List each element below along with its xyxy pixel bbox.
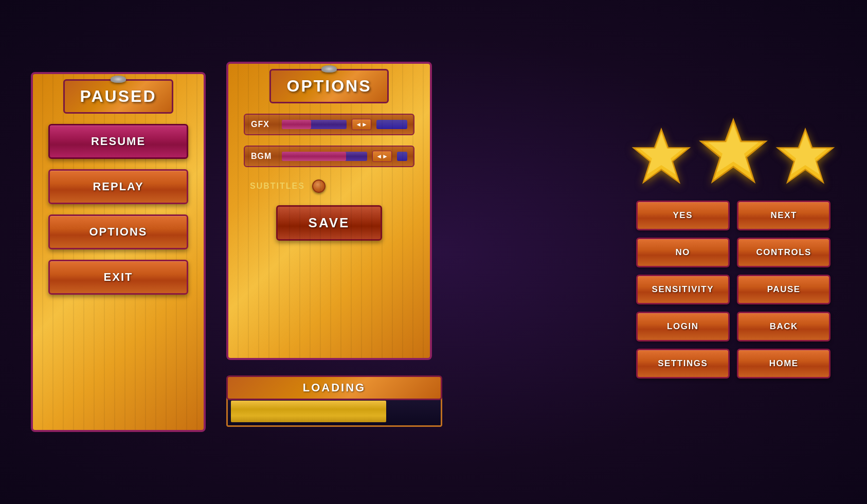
- next-button[interactable]: NEXT: [737, 201, 830, 230]
- bgm-fill: [282, 152, 346, 161]
- gfx-arrows[interactable]: ◄►: [352, 119, 371, 130]
- settings-button[interactable]: SETTINGS: [636, 349, 730, 379]
- star-2: [697, 116, 769, 187]
- bgm-arrows[interactable]: ◄►: [372, 151, 392, 162]
- subtitles-toggle[interactable]: [312, 179, 326, 193]
- gfx-slider-row: GFX ◄►: [244, 114, 414, 135]
- star-1: [630, 126, 692, 187]
- gfx-track[interactable]: [282, 120, 347, 129]
- yes-button[interactable]: YES: [636, 201, 730, 230]
- paused-title: PAUSED: [80, 87, 157, 105]
- loading-section: LOADING: [226, 375, 442, 427]
- paused-panel: PAUSED RESUME REPLAY OPTIONS EXIT: [31, 72, 206, 432]
- sensitivity-button[interactable]: SENSITIVITY: [636, 275, 730, 304]
- pause-button[interactable]: PAUSE: [737, 275, 830, 304]
- right-panel: YES NEXT NO CONTROLS SENSITIVITY PAUSE L…: [630, 116, 836, 379]
- options-title-block: OPTIONS: [269, 69, 388, 103]
- star-3: [774, 126, 836, 187]
- main-container: PAUSED RESUME REPLAY OPTIONS EXIT OPTION…: [0, 0, 867, 504]
- options-button[interactable]: OPTIONS: [48, 214, 188, 249]
- gfx-label: GFX: [251, 120, 277, 129]
- subtitles-label: SUBTITLES: [250, 182, 305, 191]
- resume-button[interactable]: RESUME: [48, 124, 188, 159]
- no-button[interactable]: NO: [636, 238, 730, 267]
- bgm-label: BGM: [251, 152, 277, 161]
- loading-title: LOADING: [226, 375, 442, 400]
- home-button[interactable]: HOME: [737, 349, 830, 379]
- stars-row: [630, 116, 836, 187]
- gfx-right-fill: [376, 120, 407, 129]
- options-title: OPTIONS: [286, 77, 371, 95]
- save-button[interactable]: SAVE: [276, 205, 383, 241]
- controls-button[interactable]: CONTROLS: [737, 238, 830, 267]
- bgm-track[interactable]: [282, 152, 367, 161]
- replay-button[interactable]: REPLAY: [48, 169, 188, 204]
- options-panel: OPTIONS GFX ◄► BGM ◄►: [226, 62, 432, 360]
- login-button[interactable]: LOGIN: [636, 312, 730, 341]
- back-button[interactable]: BACK: [737, 312, 830, 341]
- bgm-slider-row: BGM ◄►: [244, 146, 414, 167]
- bgm-right-fill: [397, 152, 407, 161]
- paused-title-block: PAUSED: [63, 79, 174, 114]
- gfx-fill: [282, 120, 311, 129]
- buttons-grid: YES NEXT NO CONTROLS SENSITIVITY PAUSE L…: [636, 201, 831, 379]
- loading-bar-fill: [231, 401, 386, 422]
- loading-bar-container: [226, 396, 442, 427]
- exit-button[interactable]: EXIT: [48, 260, 188, 295]
- subtitles-row: SUBTITLES: [244, 177, 414, 195]
